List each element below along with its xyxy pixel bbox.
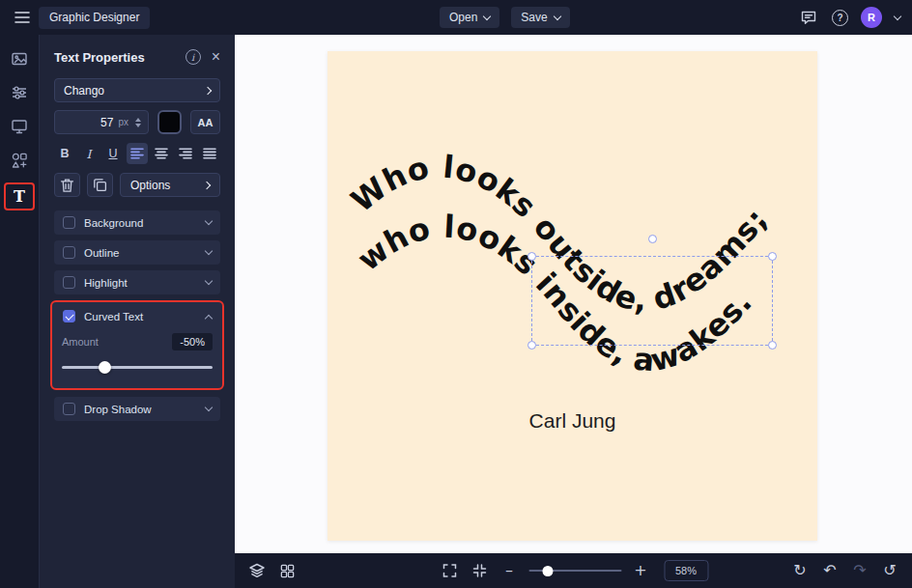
zoom-out-button[interactable]: – (499, 559, 520, 582)
layers-button[interactable] (246, 559, 268, 582)
section-background[interactable]: Background (54, 210, 220, 235)
sync-icon: ↻ (793, 563, 806, 578)
fit-to-screen-button[interactable] (469, 559, 490, 582)
bottom-toolbar: – + 58% ↻ ↶ ↷ ↺ (235, 553, 912, 588)
stepper-up-icon[interactable] (135, 118, 141, 122)
resize-handle-top-right[interactable] (768, 252, 777, 261)
design-canvas[interactable]: Who looks outside, dreams; who looks ins… (328, 51, 817, 541)
align-left-icon (130, 148, 144, 159)
zoom-slider-thumb[interactable] (542, 566, 553, 576)
amount-slider-thumb[interactable] (99, 361, 111, 374)
sliders-icon (11, 84, 28, 101)
font-size-row: 57 px AA (54, 110, 220, 134)
user-avatar[interactable]: R (861, 7, 882, 28)
undo-icon: ↶ (823, 563, 836, 578)
outline-label: Outline (84, 247, 197, 259)
italic-button[interactable]: I (78, 143, 100, 164)
font-size-input[interactable]: 57 px (54, 110, 149, 134)
rail-item-text-tool[interactable]: T (4, 182, 35, 210)
rotate-handle[interactable] (648, 235, 657, 243)
history-button[interactable]: ↺ (879, 559, 900, 582)
amount-value[interactable]: -50% (172, 333, 213, 350)
align-right-button[interactable] (175, 143, 196, 164)
options-button[interactable]: Options (120, 173, 220, 197)
comments-button[interactable] (798, 6, 819, 29)
font-size-stepper[interactable] (135, 118, 141, 127)
sync-button[interactable]: ↻ (789, 559, 811, 582)
app-title-button[interactable]: Graphic Designer (39, 7, 150, 29)
selection-bounding-box[interactable] (531, 256, 773, 346)
background-checkbox[interactable] (63, 216, 75, 229)
chevron-up-icon[interactable] (205, 314, 213, 322)
highlight-checkbox[interactable] (63, 276, 75, 289)
resize-handle-top-left[interactable] (527, 252, 536, 261)
plus-icon: + (634, 563, 646, 578)
align-center-button[interactable] (151, 143, 172, 164)
info-button[interactable]: i (185, 49, 201, 65)
italic-icon: I (87, 147, 92, 161)
chevron-down-icon[interactable] (205, 404, 213, 411)
hamburger-icon (14, 12, 30, 23)
topbar-right-actions: ? R (798, 6, 900, 29)
account-chevron-down-icon[interactable] (894, 12, 901, 19)
redo-button[interactable]: ↷ (849, 559, 870, 582)
letter-case-button[interactable]: AA (190, 110, 220, 134)
align-center-icon (155, 148, 168, 159)
chevron-right-icon (204, 86, 212, 94)
shapes-icon (11, 152, 28, 169)
align-justify-button[interactable] (199, 143, 220, 164)
delete-button[interactable] (54, 173, 80, 197)
amount-slider-track[interactable] (62, 366, 213, 369)
resize-handle-bottom-right[interactable] (768, 341, 777, 350)
bottombar-right-group: ↻ ↶ ↷ ↺ (789, 559, 900, 582)
underline-button[interactable]: U (102, 143, 124, 164)
text-color-swatch[interactable] (157, 110, 182, 134)
save-button[interactable]: Save (511, 7, 569, 28)
zoom-percent-display[interactable]: 58% (664, 560, 708, 581)
stepper-down-icon[interactable] (135, 124, 141, 127)
font-family-select[interactable]: Chango (54, 78, 220, 102)
duplicate-button[interactable] (87, 173, 113, 197)
font-size-unit: px (118, 117, 128, 127)
rail-item-elements[interactable] (4, 146, 35, 174)
bold-button[interactable]: B (54, 143, 75, 164)
rail-item-adjust[interactable] (4, 78, 35, 106)
curved-text-checkbox[interactable] (63, 310, 75, 322)
pages-grid-button[interactable] (276, 559, 298, 582)
minus-icon: – (505, 563, 513, 578)
close-panel-button[interactable]: × (212, 49, 220, 65)
rail-item-templates[interactable] (4, 112, 35, 140)
chevron-down-icon[interactable] (205, 217, 213, 225)
section-drop-shadow[interactable]: Drop Shadow (54, 397, 220, 421)
undo-button[interactable]: ↶ (819, 559, 841, 582)
chevron-right-icon (203, 181, 211, 188)
zoom-in-button[interactable]: + (630, 559, 651, 582)
amount-label: Amount (62, 336, 99, 348)
fullscreen-button[interactable] (439, 559, 460, 582)
highlight-label: Highlight (84, 277, 197, 289)
history-icon: ↺ (883, 563, 896, 578)
chevron-down-icon[interactable] (205, 247, 213, 255)
section-curved-text[interactable]: Curved Text (54, 304, 220, 328)
zoom-slider[interactable] (528, 565, 621, 577)
topbar-center-actions: Open Save (440, 7, 570, 28)
amount-slider[interactable] (62, 361, 213, 374)
chevron-down-icon[interactable] (205, 277, 213, 285)
hamburger-menu-button[interactable] (12, 7, 33, 28)
drop-shadow-checkbox[interactable] (63, 403, 75, 415)
open-button[interactable]: Open (440, 7, 499, 28)
attribution-text[interactable]: Carl Jung (328, 409, 817, 433)
section-highlight[interactable]: Highlight (54, 270, 220, 294)
outline-checkbox[interactable] (63, 246, 75, 259)
help-button[interactable]: ? (832, 10, 848, 26)
letter-case-icon: AA (198, 117, 214, 128)
resize-handle-bottom-left[interactable] (527, 341, 536, 350)
bottombar-left-group (246, 559, 298, 582)
rail-item-images[interactable] (4, 44, 35, 72)
app-title-label: Graphic Designer (49, 11, 139, 24)
options-button-label: Options (130, 179, 170, 192)
align-left-button[interactable] (127, 143, 148, 164)
font-family-value: Chango (64, 84, 104, 98)
section-outline[interactable]: Outline (54, 240, 220, 265)
chevron-down-icon (483, 12, 491, 19)
